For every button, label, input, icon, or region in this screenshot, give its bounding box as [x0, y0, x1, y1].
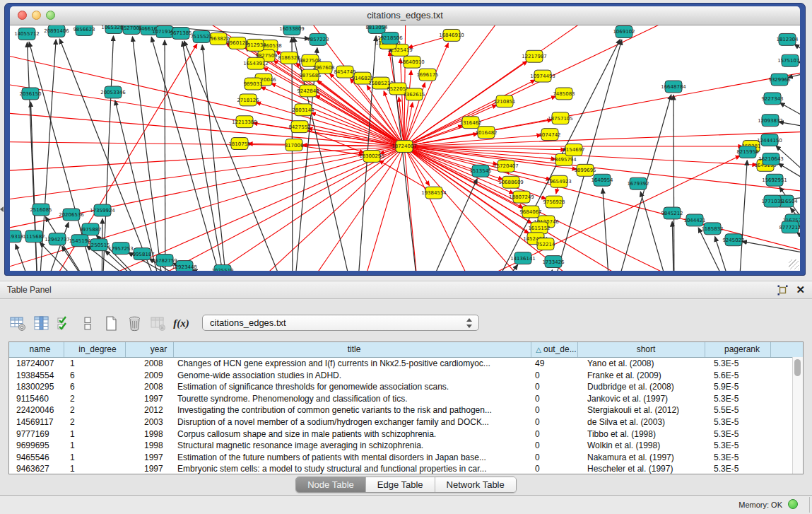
table-selector-dropdown[interactable]: citations_edges.txt — [202, 315, 479, 331]
table-cell[interactable]: Tibbo et al. (1998) — [578, 428, 705, 440]
graph-edge[interactable] — [404, 80, 535, 146]
tab-network-table[interactable]: Network Table — [435, 477, 516, 492]
table-cell[interactable]: Jankovic et al. (1997) — [578, 393, 705, 405]
graph-node[interactable]: 9227343 — [761, 93, 783, 105]
graph-edge[interactable] — [404, 131, 800, 146]
graph-edge[interactable] — [151, 37, 229, 271]
table-cell[interactable]: 1 — [64, 463, 126, 474]
table-row[interactable]: 946554611997Estimation of the future num… — [9, 452, 803, 464]
table-cell[interactable]: 9699695 — [9, 440, 64, 452]
graph-node[interactable]: 8777212 — [779, 221, 800, 233]
table-cell[interactable]: 0 — [531, 463, 578, 474]
graph-edge[interactable] — [738, 160, 747, 271]
graph-edge[interactable] — [16, 245, 38, 271]
graph-node[interactable]: 752214 — [536, 238, 555, 250]
graph-node[interactable]: 2036150 — [19, 88, 41, 100]
table-scrollbar[interactable] — [792, 357, 803, 474]
graph-edge[interactable] — [184, 41, 293, 271]
collapse-west-panel-icon[interactable] — [0, 206, 4, 212]
graph-node[interactable]: 1513545 — [469, 165, 491, 177]
table-cell[interactable]: 0 — [531, 381, 578, 393]
table-cell[interactable]: 0 — [531, 428, 578, 440]
table-cell[interactable]: 6 — [64, 370, 126, 382]
graph-edge[interactable] — [673, 95, 674, 271]
graph-node[interactable]: 1210851 — [493, 95, 515, 107]
table-cell[interactable]: 5.3E-5 — [705, 452, 771, 464]
function-builder-icon[interactable]: f(x) — [173, 315, 189, 332]
new-table-icon[interactable] — [103, 315, 119, 332]
graph-edge[interactable] — [603, 189, 611, 271]
graph-node[interactable]: 1069102 — [613, 25, 635, 37]
graph-node[interactable]: 12213389 — [232, 116, 257, 128]
graph-node[interactable]: 2803144 — [292, 104, 314, 116]
graph-node[interactable]: 9154697 — [563, 144, 584, 156]
table-cell[interactable]: 1997 — [126, 393, 174, 405]
column-header-title[interactable]: title — [174, 342, 531, 357]
graph-node[interactable]: 1316462 — [459, 117, 481, 129]
graph-node[interactable]: 1115682 — [23, 230, 45, 243]
table-cell[interactable]: 2 — [64, 416, 126, 428]
table-cell[interactable]: 2009 — [126, 370, 174, 382]
table-cell[interactable]: 1998 — [126, 428, 174, 440]
table-cell[interactable]: Embryonic stem cells: a model to study s… — [174, 463, 531, 474]
graph-node[interactable]: 10688609 — [498, 176, 524, 188]
table-cell[interactable]: 6 — [64, 381, 126, 393]
table-cell[interactable]: Estimation of the future numbers of pati… — [174, 452, 531, 464]
graph-node[interactable]: 1771035 — [761, 195, 783, 207]
graph-node[interactable]: 9671385 — [170, 27, 192, 39]
graph-edge[interactable] — [404, 68, 800, 146]
graph-node[interactable]: 1640954 — [591, 174, 613, 186]
graph-edge[interactable] — [10, 146, 404, 173]
table-cell[interactable]: 18724007 — [9, 358, 64, 370]
table-cell[interactable]: Estimation of significance thresholds fo… — [174, 381, 531, 393]
column-header-pagerank[interactable]: pagerank — [705, 342, 771, 357]
graph-node[interactable]: 16648784 — [661, 81, 686, 93]
table-cell[interactable]: de Silva et al. (2003) — [578, 416, 705, 428]
graph-node[interactable]: 1733426 — [542, 256, 564, 268]
graph-node[interactable]: 20053346 — [100, 86, 126, 98]
table-cell[interactable]: 14569117 — [9, 416, 64, 428]
citation-network-graph[interactable]: 1872400718300295193845542226053898275091… — [10, 25, 800, 271]
table-cell[interactable]: 2 — [64, 404, 126, 416]
graph-edge[interactable] — [10, 146, 404, 205]
graph-node[interactable]: 14136141 — [510, 252, 536, 264]
tab-node-table[interactable]: Node Table — [296, 477, 366, 492]
table-cell[interactable]: Stergiakouli et al. (2012) — [578, 404, 705, 416]
table-cell[interactable]: Disruption of a novel member of a sodium… — [174, 416, 531, 428]
table-cell[interactable]: 49 — [531, 358, 578, 370]
network-canvas[interactable]: 1872400718300295193845542226053898275091… — [10, 25, 800, 271]
table-row[interactable]: 1872400712008Changes of HCN gene express… — [9, 358, 803, 370]
graph-edge[interactable] — [404, 25, 618, 146]
graph-edge[interactable] — [640, 192, 674, 271]
graph-node[interactable]: 9756928 — [543, 196, 565, 208]
graph-node[interactable]: 1545194 — [69, 235, 91, 247]
graph-node[interactable]: 15692951 — [762, 174, 787, 186]
column-header-name[interactable]: name — [9, 342, 64, 357]
graph-node[interactable]: 20891406 — [44, 25, 69, 37]
graph-node[interactable]: 1362615 — [403, 88, 425, 100]
graph-node[interactable]: 3919318 — [10, 230, 24, 243]
graph-node[interactable]: 15720407 — [493, 160, 519, 172]
graph-node[interactable]: 1615152 — [528, 222, 550, 234]
graph-edge[interactable] — [30, 102, 38, 271]
graph-node[interactable]: 9329966 — [768, 74, 790, 86]
table-cell[interactable]: 0 — [531, 370, 578, 382]
table-cell[interactable]: 1998 — [126, 440, 174, 452]
graph-node[interactable]: 9899695 — [574, 164, 596, 176]
table-cell[interactable]: Dudbridge et al. (2008) — [578, 381, 705, 393]
graph-node[interactable]: 9845212 — [661, 207, 683, 219]
graph-node[interactable]: 1812304 — [776, 33, 799, 45]
graph-node[interactable]: 1074742 — [539, 129, 560, 141]
table-cell[interactable]: 1 — [64, 440, 126, 452]
table-cell[interactable]: Genome-wide association studies in ADHD. — [174, 370, 531, 382]
graph-node[interactable]: 20206536 — [59, 209, 84, 221]
graph-node[interactable]: 16846910 — [439, 29, 464, 41]
table-cell[interactable]: 1997 — [126, 452, 174, 464]
memory-status-icon[interactable] — [788, 499, 798, 509]
table-cell[interactable]: 19384554 — [9, 370, 64, 382]
table-cell[interactable]: Structural magnetic resonance image aver… — [174, 440, 531, 452]
table-cell[interactable]: Investigating the contribution of common… — [174, 404, 531, 416]
column-header-outde[interactable]: △out_de... — [531, 342, 578, 357]
table-cell[interactable]: Yano et al. (2008) — [578, 358, 705, 370]
graph-node[interactable]: 1016482 — [475, 127, 497, 139]
